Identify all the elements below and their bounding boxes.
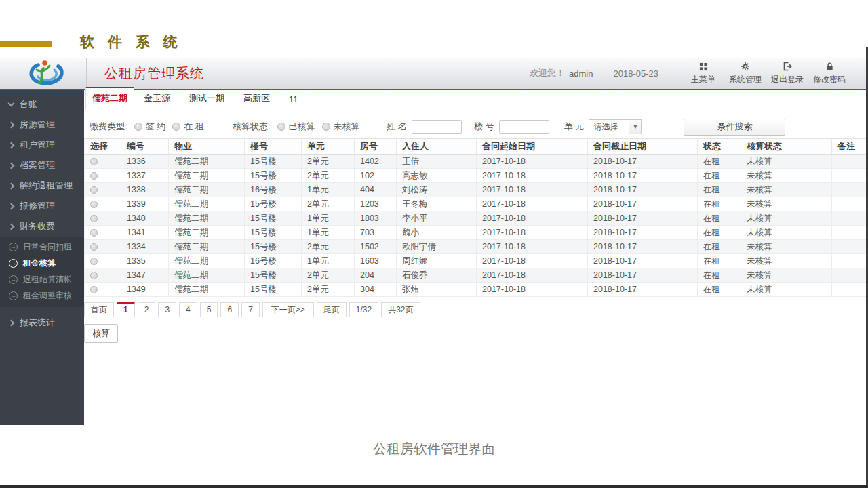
sidebar-item-ledger[interactable]: 台账 <box>0 94 84 115</box>
audit-status-label: 核算状态: <box>233 121 271 133</box>
cell-status: 在租 <box>698 169 741 183</box>
cell-audit-status: 未核算 <box>741 226 832 240</box>
tab-test-phase1[interactable]: 测试一期 <box>180 87 234 110</box>
menu-item-system-management[interactable]: 系统管理 <box>724 62 766 85</box>
sidebar-item-daily-contract-deduction[interactable]: → 日常合同扣租 <box>0 239 84 255</box>
col-contract-start: 合同起始日期 <box>477 139 588 155</box>
row-select-radio[interactable] <box>90 158 98 165</box>
tab-jinyuyuan[interactable]: 金玉源 <box>134 87 180 110</box>
cell-property: 儒苑二期 <box>169 155 245 169</box>
row-select-radio[interactable] <box>90 258 98 265</box>
menu-item-main-menu[interactable]: 主菜单 <box>682 62 724 85</box>
cell-audit-status: 未核算 <box>741 183 832 197</box>
cell-unit: 1单元 <box>302 211 355 226</box>
pagination-first[interactable]: 首页 <box>84 302 114 317</box>
username: admin <box>569 68 593 79</box>
pagination-page-6[interactable]: 6 <box>220 302 239 317</box>
cell-room: 1203 <box>355 197 397 211</box>
menu-item-change-password[interactable]: 修改密码 <box>808 62 850 85</box>
sidebar-item-rent-adjustment-review[interactable]: → 租金调整审核 <box>0 287 84 304</box>
current-date: 2018-05-23 <box>614 68 659 79</box>
table-header: 选择 编号 物业 楼号 单元 房号 入住人 合同起始日期 合同截止日期 状态 核… <box>85 139 868 155</box>
cell-status: 在租 <box>698 183 741 197</box>
cell-resident: 王冬梅 <box>397 197 477 211</box>
pagination-last[interactable]: 尾页 <box>317 302 347 317</box>
sidebar-item-termination-settlement[interactable]: → 退租结算清帐 <box>0 271 84 287</box>
menu-item-logout[interactable]: 退出登录 <box>766 62 808 85</box>
chevron-down-icon <box>8 100 15 107</box>
tab-11[interactable]: 11 <box>279 89 308 110</box>
cell-room: 404 <box>355 183 397 197</box>
pagination-page-1[interactable]: 1 <box>117 302 135 317</box>
audit-done-radio[interactable] <box>277 123 285 131</box>
col-id: 编号 <box>121 139 169 155</box>
row-select-cell <box>85 183 121 197</box>
cell-id: 1349 <box>121 283 169 297</box>
row-select-radio[interactable] <box>90 272 98 279</box>
row-select-radio[interactable] <box>90 186 98 194</box>
tab-gaoxinqu[interactable]: 高新区 <box>234 87 279 110</box>
cell-id: 1335 <box>121 254 169 268</box>
name-label: 姓 名 <box>387 121 408 133</box>
sidebar-item-rent-accounting[interactable]: → 租金核算 <box>0 255 84 271</box>
table-row: 1347 儒苑二期 15号楼 2单元 204 石俊乔 2017-10-18 20… <box>85 268 868 283</box>
col-building: 楼号 <box>245 139 302 155</box>
header-divider <box>671 60 671 86</box>
cell-room: 102 <box>355 169 397 183</box>
sidebar-item-repair-management[interactable]: 报修管理 <box>0 196 84 216</box>
accounting-button[interactable]: 核算 <box>84 324 118 343</box>
row-select-radio[interactable] <box>90 215 98 222</box>
sidebar-item-housing-management[interactable]: 房源管理 <box>0 115 84 135</box>
row-select-cell <box>85 226 121 240</box>
row-select-radio[interactable] <box>90 243 98 251</box>
cell-building: 15号楼 <box>245 155 302 169</box>
col-property: 物业 <box>169 139 245 155</box>
cell-building: 15号楼 <box>245 240 302 254</box>
lock-icon <box>825 62 834 72</box>
sidebar-item-termination-management[interactable]: 解约退租管理 <box>0 176 84 196</box>
chevron-right-icon <box>8 182 15 189</box>
pagination-page-3[interactable]: 3 <box>158 302 176 317</box>
welcome-text: 欢迎您！ <box>530 67 565 79</box>
pagination-page-4[interactable]: 4 <box>179 302 197 317</box>
cell-property: 儒苑二期 <box>169 268 245 283</box>
cell-room: 1502 <box>355 240 397 254</box>
cell-audit-status: 未核算 <box>741 211 832 226</box>
row-select-radio[interactable] <box>90 286 98 293</box>
unit-label: 单 元 <box>564 121 585 133</box>
cell-audit-status: 未核算 <box>741 254 832 268</box>
cell-contract-start: 2017-10-18 <box>477 226 588 240</box>
search-button[interactable]: 条件搜索 <box>684 119 785 136</box>
sidebar-item-report-statistics[interactable]: 报表统计 <box>0 312 84 333</box>
pagination-page-7[interactable]: 7 <box>241 302 260 317</box>
sidebar-item-finance-fees[interactable]: 财务收费 <box>0 216 84 237</box>
row-select-radio[interactable] <box>90 229 98 237</box>
cell-property: 儒苑二期 <box>169 211 245 226</box>
building-input[interactable] <box>499 120 549 134</box>
cell-unit: 1单元 <box>302 254 355 268</box>
cell-building: 15号楼 <box>245 268 302 283</box>
cell-audit-status: 未核算 <box>741 197 832 211</box>
payment-signed-radio[interactable] <box>134 123 142 131</box>
sidebar-subgroup-finance: → 日常合同扣租 → 租金核算 → 退租结算清帐 → 租金调整审核 <box>0 237 84 307</box>
cell-contract-end: 2018-10-17 <box>588 155 698 169</box>
cell-unit: 2单元 <box>302 155 355 169</box>
audit-pending-label: 未核算 <box>334 121 360 133</box>
audit-pending-radio[interactable] <box>322 123 330 131</box>
cell-contract-start: 2017-10-18 <box>477 240 588 254</box>
results-table: 选择 编号 物业 楼号 单元 房号 入住人 合同起始日期 合同截止日期 状态 核… <box>84 138 868 297</box>
pagination-next[interactable]: 下一页>> <box>262 302 314 317</box>
pagination-page-5[interactable]: 5 <box>200 302 218 317</box>
cell-remark <box>832 226 868 240</box>
sidebar-item-archive-management[interactable]: 档案管理 <box>0 155 84 176</box>
circle-arrow-icon: → <box>9 291 18 300</box>
cell-contract-end: 2018-10-17 <box>588 268 698 283</box>
payment-renting-radio[interactable] <box>172 123 180 131</box>
name-input[interactable] <box>412 120 462 134</box>
pagination-page-2[interactable]: 2 <box>138 302 156 317</box>
tab-ruyuan-phase2[interactable]: 儒苑二期 <box>85 87 134 110</box>
sidebar-item-tenant-management[interactable]: 租户管理 <box>0 135 84 155</box>
row-select-radio[interactable] <box>90 201 98 208</box>
unit-select[interactable]: 请选择 ▼ <box>589 119 642 134</box>
row-select-radio[interactable] <box>90 172 98 180</box>
